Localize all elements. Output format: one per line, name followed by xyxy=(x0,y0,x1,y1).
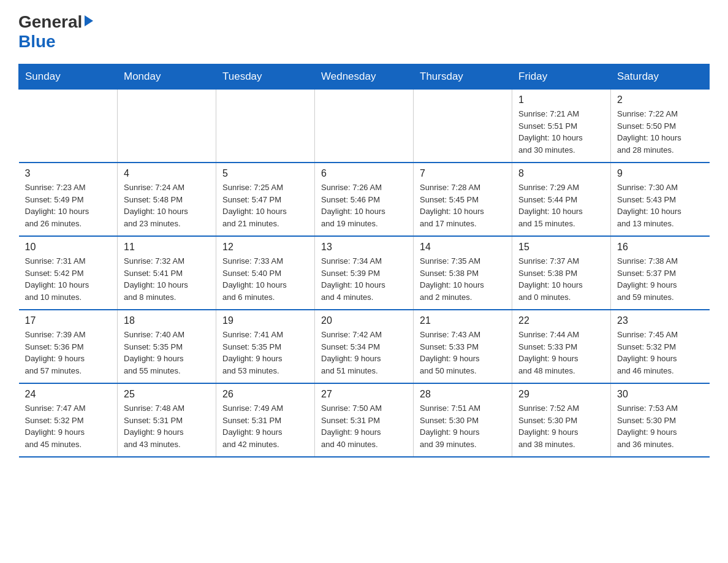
logo: General Blue xyxy=(18,12,93,52)
day-number: 29 xyxy=(518,389,604,400)
day-number: 26 xyxy=(222,389,308,400)
day-number: 11 xyxy=(124,242,210,253)
page-header: General Blue xyxy=(18,12,710,52)
day-number: 18 xyxy=(124,315,210,326)
calendar-day: 16Sunrise: 7:38 AM Sunset: 5:37 PM Dayli… xyxy=(611,236,710,310)
day-number: 5 xyxy=(222,168,308,179)
day-info: Sunrise: 7:30 AM Sunset: 5:43 PM Dayligh… xyxy=(617,182,703,229)
weekday-header-wednesday: Wednesday xyxy=(315,64,414,90)
day-number: 1 xyxy=(518,94,604,105)
weekday-header-row: SundayMondayTuesdayWednesdayThursdayFrid… xyxy=(19,64,710,90)
day-number: 23 xyxy=(617,315,703,326)
calendar-week-4: 17Sunrise: 7:39 AM Sunset: 5:36 PM Dayli… xyxy=(19,310,710,383)
day-number: 9 xyxy=(617,168,703,179)
weekday-header-saturday: Saturday xyxy=(611,64,710,90)
calendar-day: 23Sunrise: 7:45 AM Sunset: 5:32 PM Dayli… xyxy=(611,310,710,383)
day-number: 27 xyxy=(321,389,407,400)
calendar-day xyxy=(19,90,118,163)
day-number: 7 xyxy=(420,168,506,179)
day-info: Sunrise: 7:43 AM Sunset: 5:33 PM Dayligh… xyxy=(420,329,506,377)
calendar-week-2: 3Sunrise: 7:23 AM Sunset: 5:49 PM Daylig… xyxy=(19,163,710,236)
calendar-day: 6Sunrise: 7:26 AM Sunset: 5:46 PM Daylig… xyxy=(315,163,414,236)
day-number: 16 xyxy=(617,242,703,253)
weekday-header-thursday: Thursday xyxy=(414,64,512,90)
day-info: Sunrise: 7:24 AM Sunset: 5:48 PM Dayligh… xyxy=(124,182,210,229)
calendar-day: 24Sunrise: 7:47 AM Sunset: 5:32 PM Dayli… xyxy=(19,383,118,457)
day-number: 14 xyxy=(420,242,506,253)
calendar-day: 9Sunrise: 7:30 AM Sunset: 5:43 PM Daylig… xyxy=(611,163,710,236)
calendar-day: 26Sunrise: 7:49 AM Sunset: 5:31 PM Dayli… xyxy=(216,383,315,457)
calendar-day: 7Sunrise: 7:28 AM Sunset: 5:45 PM Daylig… xyxy=(414,163,512,236)
day-info: Sunrise: 7:32 AM Sunset: 5:41 PM Dayligh… xyxy=(124,255,210,303)
day-info: Sunrise: 7:48 AM Sunset: 5:31 PM Dayligh… xyxy=(124,402,210,450)
calendar-day: 11Sunrise: 7:32 AM Sunset: 5:41 PM Dayli… xyxy=(118,236,216,310)
day-number: 30 xyxy=(617,389,703,400)
day-info: Sunrise: 7:38 AM Sunset: 5:37 PM Dayligh… xyxy=(617,255,703,303)
calendar-day: 15Sunrise: 7:37 AM Sunset: 5:38 PM Dayli… xyxy=(512,236,611,310)
day-info: Sunrise: 7:22 AM Sunset: 5:50 PM Dayligh… xyxy=(617,108,703,156)
calendar-day: 28Sunrise: 7:51 AM Sunset: 5:30 PM Dayli… xyxy=(414,383,512,457)
calendar-day: 29Sunrise: 7:52 AM Sunset: 5:30 PM Dayli… xyxy=(512,383,611,457)
calendar-day: 25Sunrise: 7:48 AM Sunset: 5:31 PM Dayli… xyxy=(118,383,216,457)
day-info: Sunrise: 7:26 AM Sunset: 5:46 PM Dayligh… xyxy=(321,182,407,229)
weekday-header-friday: Friday xyxy=(512,64,611,90)
day-info: Sunrise: 7:21 AM Sunset: 5:51 PM Dayligh… xyxy=(518,108,604,156)
calendar-day: 12Sunrise: 7:33 AM Sunset: 5:40 PM Dayli… xyxy=(216,236,315,310)
day-number: 22 xyxy=(518,315,604,326)
calendar-table: SundayMondayTuesdayWednesdayThursdayFrid… xyxy=(18,64,710,458)
calendar-day: 8Sunrise: 7:29 AM Sunset: 5:44 PM Daylig… xyxy=(512,163,611,236)
day-info: Sunrise: 7:33 AM Sunset: 5:40 PM Dayligh… xyxy=(222,255,308,303)
day-number: 3 xyxy=(25,168,112,179)
calendar-day: 17Sunrise: 7:39 AM Sunset: 5:36 PM Dayli… xyxy=(19,310,118,383)
day-info: Sunrise: 7:37 AM Sunset: 5:38 PM Dayligh… xyxy=(518,255,604,303)
day-info: Sunrise: 7:45 AM Sunset: 5:32 PM Dayligh… xyxy=(617,329,703,377)
calendar-day xyxy=(315,90,414,163)
day-number: 17 xyxy=(25,315,112,326)
day-number: 20 xyxy=(321,315,407,326)
day-info: Sunrise: 7:50 AM Sunset: 5:31 PM Dayligh… xyxy=(321,402,407,450)
weekday-header-sunday: Sunday xyxy=(19,64,118,90)
calendar-day: 5Sunrise: 7:25 AM Sunset: 5:47 PM Daylig… xyxy=(216,163,315,236)
day-number: 24 xyxy=(25,389,112,400)
day-info: Sunrise: 7:35 AM Sunset: 5:38 PM Dayligh… xyxy=(420,255,506,303)
calendar-day: 19Sunrise: 7:41 AM Sunset: 5:35 PM Dayli… xyxy=(216,310,315,383)
day-number: 21 xyxy=(420,315,506,326)
calendar-day: 21Sunrise: 7:43 AM Sunset: 5:33 PM Dayli… xyxy=(414,310,512,383)
day-info: Sunrise: 7:23 AM Sunset: 5:49 PM Dayligh… xyxy=(25,182,112,229)
calendar-day: 2Sunrise: 7:22 AM Sunset: 5:50 PM Daylig… xyxy=(611,90,710,163)
day-info: Sunrise: 7:52 AM Sunset: 5:30 PM Dayligh… xyxy=(518,402,604,450)
calendar-day: 30Sunrise: 7:53 AM Sunset: 5:30 PM Dayli… xyxy=(611,383,710,457)
calendar-day: 27Sunrise: 7:50 AM Sunset: 5:31 PM Dayli… xyxy=(315,383,414,457)
calendar-week-3: 10Sunrise: 7:31 AM Sunset: 5:42 PM Dayli… xyxy=(19,236,710,310)
day-info: Sunrise: 7:42 AM Sunset: 5:34 PM Dayligh… xyxy=(321,329,407,377)
day-info: Sunrise: 7:40 AM Sunset: 5:35 PM Dayligh… xyxy=(124,329,210,377)
calendar-day xyxy=(216,90,315,163)
day-info: Sunrise: 7:31 AM Sunset: 5:42 PM Dayligh… xyxy=(25,255,112,303)
calendar-day: 1Sunrise: 7:21 AM Sunset: 5:51 PM Daylig… xyxy=(512,90,611,163)
day-number: 6 xyxy=(321,168,407,179)
calendar-week-5: 24Sunrise: 7:47 AM Sunset: 5:32 PM Dayli… xyxy=(19,383,710,457)
calendar-day xyxy=(118,90,216,163)
calendar-day xyxy=(414,90,512,163)
day-number: 12 xyxy=(222,242,308,253)
day-info: Sunrise: 7:47 AM Sunset: 5:32 PM Dayligh… xyxy=(25,402,112,450)
calendar-day: 14Sunrise: 7:35 AM Sunset: 5:38 PM Dayli… xyxy=(414,236,512,310)
day-info: Sunrise: 7:25 AM Sunset: 5:47 PM Dayligh… xyxy=(222,182,308,229)
calendar-day: 13Sunrise: 7:34 AM Sunset: 5:39 PM Dayli… xyxy=(315,236,414,310)
weekday-header-monday: Monday xyxy=(118,64,216,90)
calendar-day: 18Sunrise: 7:40 AM Sunset: 5:35 PM Dayli… xyxy=(118,310,216,383)
day-info: Sunrise: 7:34 AM Sunset: 5:39 PM Dayligh… xyxy=(321,255,407,303)
day-info: Sunrise: 7:29 AM Sunset: 5:44 PM Dayligh… xyxy=(518,182,604,229)
day-info: Sunrise: 7:44 AM Sunset: 5:33 PM Dayligh… xyxy=(518,329,604,377)
calendar-day: 3Sunrise: 7:23 AM Sunset: 5:49 PM Daylig… xyxy=(19,163,118,236)
day-info: Sunrise: 7:51 AM Sunset: 5:30 PM Dayligh… xyxy=(420,402,506,450)
day-number: 19 xyxy=(222,315,308,326)
calendar-week-1: 1Sunrise: 7:21 AM Sunset: 5:51 PM Daylig… xyxy=(19,90,710,163)
day-number: 2 xyxy=(617,94,703,105)
day-info: Sunrise: 7:28 AM Sunset: 5:45 PM Dayligh… xyxy=(420,182,506,229)
calendar-day: 4Sunrise: 7:24 AM Sunset: 5:48 PM Daylig… xyxy=(118,163,216,236)
day-info: Sunrise: 7:53 AM Sunset: 5:30 PM Dayligh… xyxy=(617,402,703,450)
day-number: 25 xyxy=(124,389,210,400)
day-number: 28 xyxy=(420,389,506,400)
day-number: 8 xyxy=(518,168,604,179)
